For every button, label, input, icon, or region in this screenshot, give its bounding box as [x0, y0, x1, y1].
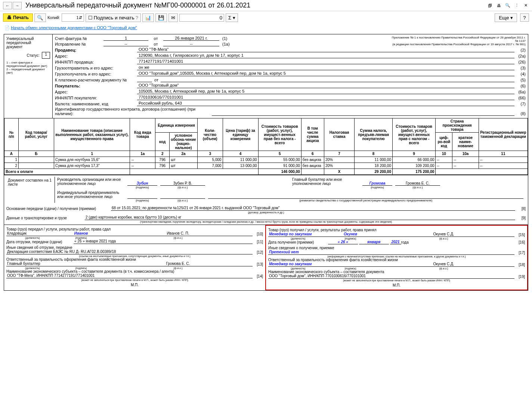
sigma-button[interactable]: Σ ▾	[226, 13, 238, 22]
handed-label: Товар (груз) передал / услуги, результат…	[6, 227, 263, 231]
invoice-num: 1	[103, 36, 148, 41]
recv-econ-label: Наименование экономического субъекта – с…	[268, 270, 525, 274]
th-cost: Стоимость товаров (работ, услуг), имущес…	[258, 118, 301, 151]
transport-sub: (транспортная накладная, поручение экспе…	[6, 220, 526, 223]
total-x: X	[324, 169, 354, 175]
c3: (3)	[514, 66, 526, 70]
save-button[interactable]: 💾	[155, 13, 167, 22]
window-title: Универсальный передаточный документ №МГ0…	[25, 1, 486, 9]
invoice-date: 26 января 2021 г.	[163, 36, 219, 41]
payment-from: от	[152, 78, 161, 82]
buyer-val: ООО "Торговый дом"	[137, 83, 514, 88]
back-button[interactable]: ←	[3, 2, 12, 9]
mail-button[interactable]: ✉	[168, 13, 178, 22]
c7: (7)	[514, 102, 526, 106]
from-label: от	[148, 36, 163, 41]
c66: (66)	[514, 96, 526, 100]
basis-code: [8]	[515, 207, 526, 211]
currency-val: Российский рубль, 643	[137, 101, 514, 106]
other-val: Декларация соответствия ЕАЭС № RU Д- RU.…	[6, 250, 253, 254]
inn-buyer-val: 7701030616/770101001	[137, 95, 514, 100]
table-row: 2Сумка для ноутбука 17,3"--796шт7,00013 …	[4, 163, 528, 169]
total-label: Всего к оплате	[4, 169, 130, 175]
status-label: Статус:	[27, 53, 40, 58]
th-customs: Регистрационный номер таможенной деклара…	[479, 118, 528, 151]
document-area: Универсальный передаточный документ Стат…	[0, 32, 532, 402]
c8: (8)	[514, 111, 526, 116]
sign-print-button[interactable]: ☐ Подпись и печать ?	[86, 13, 141, 22]
handed-name: Иванов С. П.	[103, 231, 253, 236]
upd-label2: передаточный	[6, 41, 50, 45]
acct-label: Главный бухгалтер или иное уполномоченно…	[292, 177, 359, 186]
spreadsheet-button[interactable]: 📊	[142, 13, 154, 22]
doc-pages: Документ составлен на 1 листе	[6, 177, 55, 203]
buyer-addr-label: Адрес:	[55, 90, 137, 94]
correction-num: --	[103, 41, 148, 46]
transport-label: Данные о транспортировке и грузе	[6, 216, 85, 220]
head-name: Зубин Р. В.	[160, 181, 205, 186]
contract-label: Идентификатор государственного контракта…	[55, 107, 212, 116]
consignee-val: ООО "Торговый дом",105005, Москва г, Апт…	[137, 71, 514, 76]
status-note: 1 – счет-фактура и передаточный документ…	[6, 61, 50, 74]
edo-link[interactable]: Начать обмен электронными документами с …	[11, 25, 137, 30]
recv-resp-label: Ответственный за правильность оформления…	[268, 258, 525, 262]
suffix-1: (1)	[219, 36, 234, 41]
handed-sig: Иванов	[59, 231, 103, 236]
items-table: № п/п Код товара/ работ, услуг Наименова…	[4, 118, 528, 175]
c4: (4)	[514, 72, 526, 76]
c2a: (2а)	[514, 54, 526, 58]
th-name: Наименование товара (описание выполненны…	[54, 118, 130, 151]
suffix-1a: (1а)	[219, 42, 234, 46]
copies-label: Копий:	[47, 15, 60, 20]
correction-date: --	[163, 41, 219, 46]
payment-label: К платежно-расчетному документу №	[55, 78, 137, 82]
currency-label: Валюта: наименование, код	[55, 102, 137, 106]
c2: (2)	[514, 48, 526, 52]
table-row: 1Сумка для ноутбука 15,6"--796шт5,00011 …	[4, 157, 528, 163]
invoice-label: Счет-фактура №	[55, 36, 103, 41]
resp-label: Ответственный за правильность оформления…	[6, 257, 263, 262]
buyer-addr: 105005, Москва г, Аптекарский пер, дом №…	[137, 89, 514, 94]
preview-button[interactable]: 🔍	[34, 13, 46, 22]
forward-button[interactable]: →	[13, 2, 22, 9]
c6: (6)	[514, 84, 526, 88]
c26: (26)	[514, 60, 526, 64]
seller-label: Продавец:	[55, 48, 137, 52]
close-icon[interactable]: ✕	[522, 2, 529, 9]
th-qty: Коли-чество (объем)	[197, 118, 223, 151]
th-no: № п/п	[4, 118, 19, 151]
basis-val: 68 от 15.01.2021; по доверенности №125/2…	[111, 206, 515, 211]
inn-seller-val: 7714277191/771401001	[137, 59, 514, 64]
econ-val: ООО "ТФ-Мега", ИНН/КПП 7714277191/771401…	[6, 273, 253, 278]
received-label: Товар (груз) получил / услуги, результат…	[268, 228, 525, 232]
preview-icon[interactable]: 🔍	[504, 2, 511, 9]
ip-label: Индивидуальный предприниматель или иное …	[57, 191, 124, 199]
total-sum: 175 200,00	[393, 169, 436, 175]
th-unit: Единица измерения	[155, 118, 198, 133]
c5: (5)	[514, 78, 526, 82]
zero-input[interactable]	[179, 14, 224, 22]
more-icon[interactable]: ⋮	[513, 2, 520, 9]
recv-resp-name: Окунев С.Д.	[373, 262, 514, 267]
help-button[interactable]: ?	[520, 13, 529, 22]
c6a: (6а)	[514, 90, 526, 94]
recv-sig: Окунев	[328, 232, 373, 237]
consignee-label: Грузополучатель и его адрес:	[55, 72, 137, 76]
inn-seller-label: ИНН/КПП продавца:	[55, 60, 137, 64]
other-label: Иные сведения об отгрузке, передаче	[6, 245, 263, 250]
recv-pos: Менеджер по закупкам	[268, 232, 328, 237]
save-icon[interactable]: 🗐	[486, 2, 493, 9]
th-total: Стоимость товаров (работ, услуг), имущес…	[393, 118, 436, 151]
copies-spinner[interactable]: 1 ⇵	[62, 13, 84, 22]
print-button[interactable]: 🖶Печать	[3, 13, 33, 22]
appendix1: Приложение № 1 к постановлению Правитель…	[391, 36, 526, 43]
head-label: Руководитель организации или иное уполно…	[57, 177, 124, 186]
resp-pos: Главный бухгалтер	[6, 262, 59, 266]
shipper-label: Грузоотправитель и его адрес:	[55, 66, 137, 70]
th-kind: Код вида товара	[130, 118, 155, 151]
status-value: 1	[42, 52, 50, 59]
more-button[interactable]: Еще ▾	[495, 13, 517, 22]
print-icon[interactable]: 🖶	[495, 2, 502, 9]
appendix2: (в редакции постановления Правительства …	[391, 43, 526, 46]
recv-date-label: Дата получения (приемки)	[268, 240, 328, 244]
